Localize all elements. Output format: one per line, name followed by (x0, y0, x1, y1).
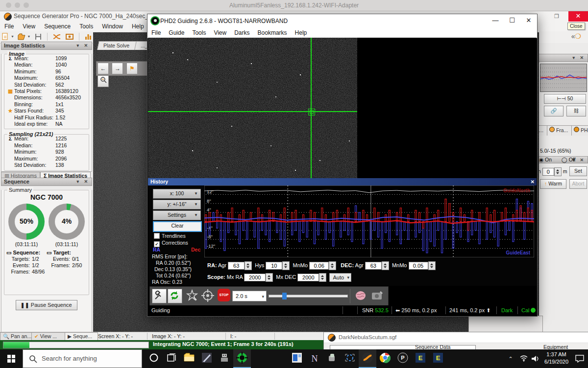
new-dropdown-arrow[interactable]: ▼ (11, 35, 14, 38)
cooler-off-radio[interactable]: ◯ Off (562, 157, 575, 162)
image-statistics-header[interactable]: Image Statistics▾ ✕ (1, 42, 92, 50)
settings-dropdown[interactable]: Settings▼ (153, 210, 201, 220)
taskbar-device-app-icon[interactable] (323, 349, 341, 368)
dark-nebula-window[interactable]: DarkNebulaScutum.sgf Sequence Data Equip… (323, 332, 588, 350)
stop-button[interactable]: STOP (218, 289, 231, 302)
menu-item-bookmarks[interactable]: Bookmarks (254, 28, 291, 38)
cooler-on-radio[interactable]: ◉ On (539, 157, 552, 162)
open-sequence-icon[interactable] (17, 32, 26, 41)
taskbar-sharpcap-icon[interactable] (341, 349, 359, 368)
clear-button[interactable]: Clear (153, 221, 202, 232)
guider-panel-header[interactable]: ▾ ✕ (539, 54, 588, 62)
maximize-button[interactable]: ☐ (504, 14, 520, 28)
tray-expand-chevron[interactable]: ⌃ (506, 349, 515, 368)
menu-item-guide[interactable]: Guide (165, 28, 188, 38)
hysteresis-input[interactable]: 10 (266, 262, 282, 270)
camera-icon[interactable] (65, 32, 74, 41)
taskbar-file-explorer-icon[interactable] (180, 349, 198, 368)
taskbar-robot-app-icon[interactable] (216, 349, 233, 368)
dark-nebula-titlebar[interactable]: DarkNebulaScutum.sgf (324, 332, 588, 343)
next-image-button[interactable]: → (112, 63, 123, 74)
slider-thumb[interactable] (282, 293, 287, 299)
new-sequence-icon[interactable] (1, 32, 10, 41)
histogram-icon[interactable] (84, 32, 93, 41)
taskbar-tiles-app-icon[interactable] (288, 349, 306, 368)
hysteresis-spinner[interactable] (282, 261, 290, 270)
loop-exposures-button[interactable] (168, 289, 182, 303)
taskbar-nebulosity-icon[interactable]: N (306, 349, 323, 368)
connect-equipment-icon[interactable] (52, 32, 61, 41)
trendlines-checkbox[interactable]: Trendlines (154, 233, 186, 239)
camera-settings-button[interactable] (370, 289, 384, 302)
menu-item-darks[interactable]: Darks (230, 28, 253, 38)
warm-up-button[interactable]: ↑ Warm (540, 179, 566, 189)
dock-tab-frame[interactable]: Fra... (547, 125, 573, 136)
menu-item-file[interactable]: File (0, 22, 18, 31)
taskbar-image-app-icon[interactable] (198, 349, 216, 368)
close-button[interactable]: ✕ (568, 11, 588, 22)
history-titlebar[interactable]: History ✕ (148, 178, 537, 185)
menu-item-file[interactable]: File (147, 28, 165, 38)
zoom-in-icon[interactable] (98, 75, 109, 87)
taskbar-search-input[interactable]: Search for anything (23, 349, 142, 368)
menu-item-view[interactable]: View (210, 28, 230, 38)
y-scale-dropdown[interactable]: y: +/-16"▼ (153, 200, 201, 209)
menu-item-view[interactable]: View (18, 22, 40, 31)
flag-icon[interactable]: ⚑ (126, 63, 138, 74)
sequence-panel-header[interactable]: Sequence▾ ✕ (1, 178, 92, 186)
menu-item-tools[interactable]: Tools (188, 28, 210, 38)
minimize-button[interactable]: — (487, 14, 504, 28)
taskbar-sgp-icon[interactable] (359, 349, 376, 368)
ra-minmove-input[interactable]: 0.06 (309, 262, 329, 270)
x-scale-dropdown[interactable]: x: 100▼ (153, 189, 201, 199)
panel-header-buttons[interactable]: ▾ ✕ (76, 178, 90, 185)
action-center-icon[interactable] (575, 355, 584, 368)
pause-sequence-button[interactable]: ❚❚ Pause Sequence (16, 300, 77, 310)
dec-minmove-input[interactable]: 0.05 (409, 262, 428, 270)
phd2-titlebar[interactable]: PHD2 Guiding 2.6.8 - WOGT81-NARROWBAND —… (147, 14, 537, 28)
taskbar-clock[interactable]: 1:37 AM 6/19/2020 (544, 351, 568, 368)
guide-camera-view[interactable] (148, 38, 537, 178)
dec-aggression-spinner[interactable] (382, 261, 389, 270)
auto-select-star-button[interactable] (185, 289, 199, 302)
dec-aggression-input[interactable]: 63 (365, 262, 382, 270)
taskbar-chrome-icon[interactable] (376, 349, 394, 368)
dec-guide-mode-dropdown[interactable]: Auto (329, 273, 351, 282)
taskbar-p-app-icon[interactable]: P (394, 349, 412, 368)
collapse-panels-icon[interactable]: «❍ (571, 32, 581, 40)
connect-camera-button[interactable] (152, 289, 167, 303)
volume-icon[interactable] (531, 355, 540, 368)
taskbar-phd2-icon[interactable] (233, 349, 251, 368)
taskbar-task-view-icon[interactable] (163, 349, 180, 368)
brain-advanced-settings-button[interactable] (354, 289, 368, 302)
start-button[interactable] (0, 349, 23, 368)
taskbar-eqmod-icon[interactable]: E (412, 349, 429, 368)
ra-aggression-input[interactable]: 63 (228, 262, 245, 270)
set-temp-button[interactable]: Set (569, 166, 587, 176)
history-close-icon[interactable]: ✕ (531, 178, 535, 185)
max-ra-duration-input[interactable]: 2000 (244, 274, 266, 281)
dec-minmove-spinner[interactable] (428, 261, 436, 270)
open-dropdown-arrow[interactable]: ▼ (27, 35, 30, 38)
warmup-minutes-spinner[interactable] (554, 167, 562, 176)
save-icon[interactable] (34, 32, 43, 41)
menu-item-help[interactable]: Help (127, 22, 148, 31)
ra-minmove-spinner[interactable] (329, 261, 336, 270)
max-dec-spinner[interactable] (319, 273, 326, 282)
taskbar-cortana-icon[interactable] (145, 349, 163, 368)
phd2-close-button[interactable]: ✕ (520, 14, 537, 28)
corrections-checkbox[interactable]: ✓Corrections (154, 240, 188, 247)
warmup-minutes-input[interactable]: 0 (542, 168, 554, 176)
panel-header-buttons[interactable]: ▾ ✕ (76, 42, 90, 49)
history-length-button[interactable]: ⊢⊣ 50 (544, 94, 586, 104)
max-ra-spinner[interactable] (266, 273, 273, 282)
gamma-slider[interactable] (269, 293, 347, 299)
wifi-icon[interactable] (519, 355, 528, 368)
prev-image-button[interactable]: ← (98, 63, 109, 74)
exposure-dropdown[interactable]: 2.0 s (232, 291, 267, 301)
dock-tab-phd[interactable]: PH... (571, 125, 588, 136)
menu-item-tools[interactable]: Tools (75, 22, 98, 31)
max-dec-duration-input[interactable]: 2000 (297, 274, 319, 281)
abort-cooling-button[interactable]: Abort (569, 179, 587, 189)
link-guider-button[interactable]: 🔗 (544, 106, 564, 116)
